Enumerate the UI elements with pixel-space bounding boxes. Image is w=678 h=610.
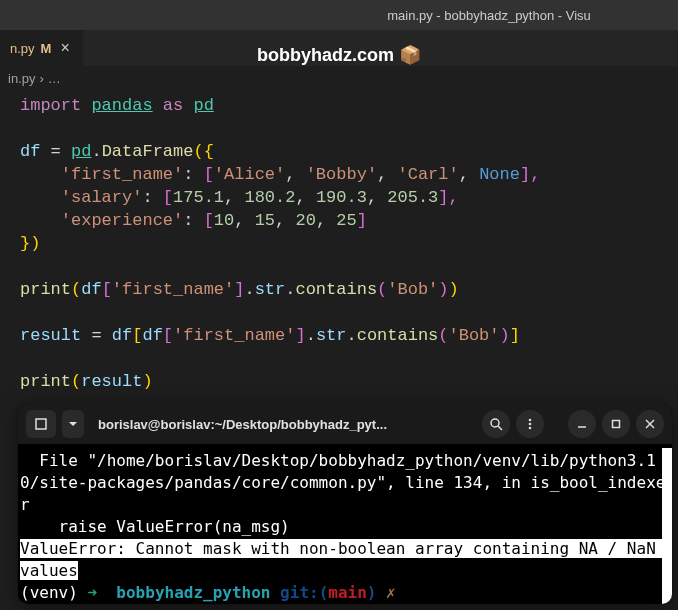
breadcrumb-ellipsis: … xyxy=(48,71,61,86)
method: contains xyxy=(357,326,439,345)
attr: str xyxy=(255,280,286,299)
comma: , xyxy=(285,165,295,184)
editor-tab-bar: n.py M × xyxy=(0,30,678,66)
module-ref: pd xyxy=(71,142,91,161)
bracket: [ xyxy=(204,165,214,184)
paren: ) xyxy=(449,280,459,299)
comma: , xyxy=(275,211,285,230)
operator: = xyxy=(51,142,61,161)
paren: ( xyxy=(377,280,387,299)
prompt-dirty: ✗ xyxy=(386,583,396,602)
module: pandas xyxy=(91,96,152,115)
code-editor[interactable]: import pandas as pd df = pd.DataFrame({ … xyxy=(0,90,678,397)
method: contains xyxy=(295,280,377,299)
prompt-branch: main xyxy=(328,583,367,602)
dot: . xyxy=(91,142,101,161)
number: 205.3 xyxy=(387,188,438,207)
comma: , xyxy=(316,211,326,230)
function: print xyxy=(20,372,71,391)
chevron-down-icon xyxy=(68,419,78,429)
string: 'Bob' xyxy=(387,280,438,299)
breadcrumb[interactable]: in.py › … xyxy=(0,66,678,90)
dot: . xyxy=(346,326,356,345)
bracket: ] xyxy=(295,326,305,345)
comma: , xyxy=(459,165,469,184)
paren: }) xyxy=(20,234,40,253)
bracket: ] xyxy=(510,326,520,345)
svg-point-4 xyxy=(529,423,532,426)
string: 'Bobby' xyxy=(306,165,377,184)
tab-main-py[interactable]: n.py M × xyxy=(0,30,83,66)
tab-modified-indicator: M xyxy=(41,41,52,56)
colon: : xyxy=(183,211,193,230)
comma: , xyxy=(367,188,377,207)
paren: ) xyxy=(142,372,152,391)
tab-dropdown-button[interactable] xyxy=(62,410,84,438)
bracket: [ xyxy=(204,211,214,230)
dot: . xyxy=(285,280,295,299)
svg-rect-7 xyxy=(613,421,620,428)
variable: df xyxy=(142,326,162,345)
search-button[interactable] xyxy=(482,410,510,438)
bracket: ] xyxy=(234,280,244,299)
attr: str xyxy=(316,326,347,345)
number: 15 xyxy=(255,211,275,230)
new-tab-button[interactable] xyxy=(26,410,56,438)
constant: None xyxy=(479,165,520,184)
function: DataFrame xyxy=(102,142,194,161)
svg-point-3 xyxy=(529,419,532,422)
close-icon[interactable]: × xyxy=(57,39,72,57)
colon: : xyxy=(142,188,152,207)
number: 10 xyxy=(214,211,234,230)
string: 'first_name' xyxy=(61,165,183,184)
prompt-git: git:( xyxy=(280,583,328,602)
terminal-error: ValueError: Cannot mask with non-boolean… xyxy=(20,539,665,580)
bracket: [ xyxy=(102,280,112,299)
minimize-button[interactable] xyxy=(568,410,596,438)
comma: , xyxy=(377,165,387,184)
comma: , xyxy=(224,188,234,207)
plus-tab-icon xyxy=(34,417,48,431)
kebab-icon xyxy=(523,417,537,431)
svg-line-2 xyxy=(498,426,502,430)
keyword: import xyxy=(20,96,81,115)
string: 'first_name' xyxy=(173,326,295,345)
bracket: [ xyxy=(132,326,142,345)
terminal-scrollbar[interactable] xyxy=(662,448,672,604)
window-title-bar: main.py - bobbyhadz_python - Visu xyxy=(0,0,678,30)
minimize-icon xyxy=(576,418,588,430)
bracket: [ xyxy=(163,326,173,345)
number: 25 xyxy=(336,211,356,230)
string: 'salary' xyxy=(61,188,143,207)
paren: ( xyxy=(71,280,81,299)
comma: , xyxy=(234,211,244,230)
string: 'first_name' xyxy=(112,280,234,299)
paren: ({ xyxy=(193,142,213,161)
string: 'experience' xyxy=(61,211,183,230)
variable: result xyxy=(20,326,81,345)
paren: ) xyxy=(438,280,448,299)
number: 190.3 xyxy=(316,188,367,207)
bracket: ], xyxy=(520,165,540,184)
paren: ( xyxy=(438,326,448,345)
window-title: main.py - bobbyhadz_python - Visu xyxy=(387,8,591,23)
svg-point-5 xyxy=(529,427,532,430)
maximize-button[interactable] xyxy=(602,410,630,438)
prompt-arrow: ➜ xyxy=(87,583,97,602)
terminal-title: borislav@borislav:~/Desktop/bobbyhadz_py… xyxy=(90,417,476,432)
paren: ) xyxy=(500,326,510,345)
menu-button[interactable] xyxy=(516,410,544,438)
number: 180.2 xyxy=(244,188,295,207)
maximize-icon xyxy=(610,418,622,430)
prompt-git-close: ) xyxy=(367,583,377,602)
dot: . xyxy=(306,326,316,345)
terminal-body[interactable]: File "/home/borislav/Desktop/bobbyhadz_p… xyxy=(18,444,672,604)
variable: df xyxy=(20,142,40,161)
search-icon xyxy=(489,417,503,431)
paren: ( xyxy=(71,372,81,391)
close-button[interactable] xyxy=(636,410,664,438)
prompt-dir: bobbyhadz_python xyxy=(116,583,270,602)
close-icon xyxy=(644,418,656,430)
dot: . xyxy=(244,280,254,299)
keyword: as xyxy=(163,96,183,115)
